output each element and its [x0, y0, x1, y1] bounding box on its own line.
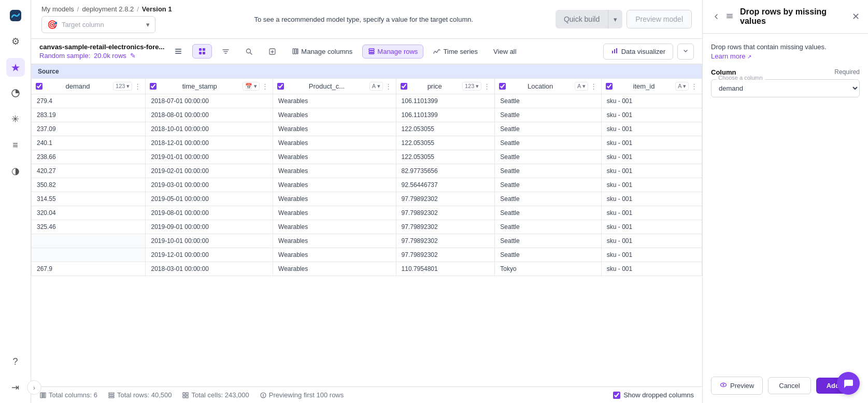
- table-cell: 237.09: [32, 122, 146, 136]
- table-cell: 2019-01-01 00:00:00: [146, 150, 273, 164]
- svg-rect-23: [109, 393, 114, 394]
- preview-button[interactable]: Preview: [711, 377, 763, 395]
- table-cell: 267.9: [32, 262, 146, 276]
- table-cell: sku - 001: [601, 206, 702, 220]
- column-select-wrapper: Choose a column demand time_stamp Produc…: [711, 79, 860, 97]
- preview-model-button[interactable]: Preview model: [627, 10, 692, 28]
- col-checkbox-product_c[interactable]: [277, 83, 284, 90]
- show-dropped-text: Show dropped columns: [623, 391, 694, 399]
- formula-button[interactable]: [263, 45, 282, 59]
- col-more-demand[interactable]: ⋮: [134, 82, 141, 90]
- manage-rows-label: Manage rows: [377, 48, 418, 55]
- table-cell: 122.053055: [396, 136, 495, 150]
- col-more-product_c[interactable]: ⋮: [385, 82, 392, 90]
- svg-rect-13: [297, 49, 298, 54]
- table-row: 237.092018-10-01 00:00:00Wearables122.05…: [32, 122, 702, 136]
- col-name-item_id: item_id: [615, 82, 673, 90]
- sample-value-link[interactable]: 20.0k rows: [94, 52, 126, 60]
- svg-rect-32: [727, 16, 733, 17]
- time-series-button[interactable]: Time series: [428, 45, 483, 59]
- table-wrapper: Source demand 123 ▾ ⋮ time_stamp 📅 ▾ ⋮ P…: [31, 64, 702, 386]
- col-checkbox-price[interactable]: [401, 83, 407, 90]
- total-columns-info: Total columns: 6: [39, 391, 97, 399]
- col-more-location[interactable]: ⋮: [590, 82, 597, 90]
- col-more-item_id[interactable]: ⋮: [691, 82, 698, 90]
- table-cell: Seattle: [495, 150, 602, 164]
- toggle-icon[interactable]: ◑: [6, 162, 25, 180]
- nodes-icon[interactable]: ✳: [6, 110, 25, 128]
- data-visualizer-button[interactable]: Data visualizer: [603, 44, 673, 60]
- cancel-button[interactable]: Cancel: [768, 377, 810, 394]
- breadcrumb: My models / deployment 2.8.2 / Version 1: [41, 5, 172, 13]
- table-cell: 2019-10-01 00:00:00: [146, 234, 273, 248]
- target-column-select[interactable]: 🎯 Target column ▾: [41, 16, 155, 33]
- show-dropped-label[interactable]: Show dropped columns: [613, 391, 694, 399]
- col-more-price[interactable]: ⋮: [483, 82, 490, 90]
- col-name-product_c: Product_c...: [286, 82, 367, 90]
- eye-icon: [720, 381, 727, 390]
- grid-view-button[interactable]: [192, 44, 212, 59]
- table-cell: 106.1101399: [396, 108, 495, 122]
- more-options-button[interactable]: [677, 44, 694, 60]
- manage-rows-button[interactable]: Manage rows: [362, 45, 423, 59]
- required-label: Required: [834, 68, 860, 76]
- col-checkbox-time_stamp[interactable]: [150, 83, 156, 90]
- manage-columns-button[interactable]: Manage columns: [286, 45, 358, 59]
- learn-more-link[interactable]: Learn more ↗: [711, 52, 751, 60]
- expand-sidebar-button[interactable]: ›: [27, 380, 41, 395]
- total-rows-info: Total rows: 40,500: [108, 391, 172, 399]
- table-cell: 106.1101399: [396, 94, 495, 108]
- svg-rect-21: [42, 393, 44, 398]
- panel-back-button[interactable]: [711, 11, 721, 22]
- table-cell: sku - 001: [601, 94, 702, 108]
- table-cell: sku - 001: [601, 220, 702, 234]
- quick-build-button[interactable]: Quick build: [556, 10, 608, 28]
- col-type-price: 123 ▾: [462, 82, 481, 91]
- sidebar: ⚙ ✳ ≡ ◑ ? ⇥: [0, 0, 31, 403]
- filter-button[interactable]: [216, 45, 235, 59]
- table-cell: Wearables: [273, 234, 396, 248]
- table-cell: 97.79892302: [396, 206, 495, 220]
- settings-icon[interactable]: ⚙: [6, 32, 25, 51]
- logo-icon[interactable]: [6, 6, 25, 25]
- top-message: To see a recommended model type, specify…: [180, 16, 547, 23]
- svg-rect-18: [614, 49, 615, 53]
- list-view-button[interactable]: [168, 44, 188, 59]
- table-cell: 279.4: [32, 94, 146, 108]
- export-icon[interactable]: ⇥: [6, 378, 25, 397]
- table-cell: [32, 234, 146, 248]
- svg-rect-17: [612, 51, 613, 53]
- col-type-product_c: A ▾: [369, 82, 383, 91]
- col-checkbox-demand[interactable]: [36, 83, 42, 90]
- table-cell: [32, 248, 146, 262]
- star-icon[interactable]: [6, 58, 25, 77]
- edit-icon[interactable]: ✎: [130, 52, 136, 60]
- col-checkbox-location[interactable]: [499, 83, 506, 90]
- breadcrumb-deployment[interactable]: deployment 2.8.2: [82, 5, 134, 13]
- help-icon[interactable]: ?: [6, 352, 25, 371]
- col-type-location: A ▾: [575, 82, 588, 91]
- col-name-demand: demand: [45, 82, 111, 90]
- list-icon[interactable]: ≡: [6, 136, 25, 154]
- table-cell: sku - 001: [601, 192, 702, 206]
- col-checkbox-item_id[interactable]: [606, 83, 613, 90]
- quick-build-dropdown[interactable]: ▾: [608, 10, 622, 28]
- table-cell: 2018-08-01 00:00:00: [146, 108, 273, 122]
- svg-rect-16: [369, 53, 374, 54]
- breadcrumb-my-models[interactable]: My models: [41, 5, 74, 13]
- table-cell: Wearables: [273, 220, 396, 234]
- show-dropped-checkbox[interactable]: [613, 392, 620, 399]
- col-more-time_stamp[interactable]: ⋮: [262, 82, 268, 90]
- col-header-item_id: item_id A ▾ ⋮: [601, 79, 702, 94]
- previewing-info: Previewing first 100 rows: [269, 391, 344, 399]
- chat-button[interactable]: [837, 372, 860, 395]
- panel-close-button[interactable]: ✕: [852, 12, 860, 21]
- search-button[interactable]: [239, 45, 259, 59]
- table-cell: 2019-05-01 00:00:00: [146, 192, 273, 206]
- view-all-button[interactable]: View all: [488, 45, 522, 59]
- svg-rect-22: [45, 393, 46, 398]
- svg-rect-24: [109, 395, 114, 396]
- table-cell: Wearables: [273, 262, 396, 276]
- column-select[interactable]: demand time_stamp Product_c... price Loc…: [711, 79, 860, 97]
- analytics-icon[interactable]: [6, 84, 25, 103]
